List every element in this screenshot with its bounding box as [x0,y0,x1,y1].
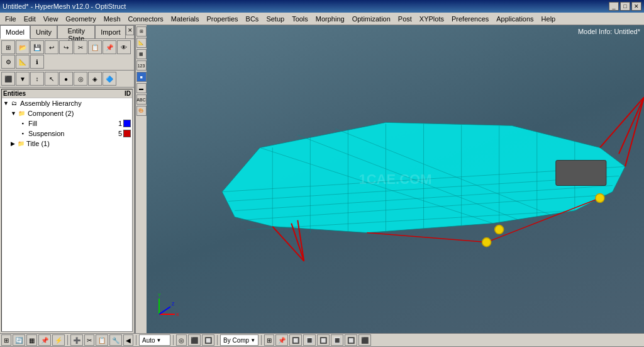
strip-btn-5[interactable]: ■ [136,72,147,82]
close-panel-btn[interactable]: ✕ [126,25,134,35]
bt-extra-4[interactable]: 🔳 [303,334,316,346]
menu-item-view[interactable]: View [40,14,62,24]
menu-item-materials[interactable]: Materials [167,14,203,24]
expand-icon-title: ▶ [11,140,15,147]
tb-view[interactable]: 👁 [117,40,131,54]
menu-item-edit[interactable]: Edit [20,14,40,24]
menu-item-preferences[interactable]: Preferences [448,14,492,24]
minimize-btn[interactable]: _ [609,2,619,11]
bt-btn-plus[interactable]: ➕ [70,334,83,346]
menu-item-mesh[interactable]: Mesh [100,14,125,24]
title-text: Untitled* - HyperMesh v12.0 - OptiStruct [3,3,126,10]
tb-new[interactable]: ⊞ [1,40,15,54]
viewport[interactable]: Model Info: Untitled* [147,25,644,333]
menu-item-geometry[interactable]: Geometry [62,14,99,24]
axis-indicator: Y X Z [153,289,184,321]
left-panel: Model Unity Entity State Import ✕ ⊞ 📂 💾 … [0,25,135,333]
menu-item-applications[interactable]: Applications [492,14,537,24]
auto-dropdown[interactable]: Auto ▼ [139,334,170,346]
strip-btn-1[interactable]: ⊞ [136,26,147,37]
strip-btn-2[interactable]: 📐 [136,38,147,48]
tb2-4[interactable]: ● [59,72,73,86]
bt-btn-clipboard[interactable]: 📋 [96,334,108,346]
bt-btn-refresh[interactable]: 🔧 [109,334,122,346]
bt-extra-5[interactable]: 🔲 [317,334,330,346]
bt-btn-5[interactable]: ⚡ [52,334,65,346]
menu-item-connectors[interactable]: Connectors [125,14,167,24]
tb-paste[interactable]: 📌 [103,40,116,54]
tab-entity-state[interactable]: Entity State [57,25,95,39]
bycomp-arrow: ▼ [250,338,255,343]
tb2-2[interactable]: ▼ [16,72,30,86]
bt-extra-6[interactable]: 🔳 [331,334,343,346]
menu-item-optimization[interactable]: Optimization [348,14,394,24]
bt-btn-2[interactable]: 🔄 [13,334,25,346]
bt-btn-4[interactable]: 📌 [38,334,51,346]
tb2-arrow[interactable]: ↖ [45,72,58,86]
window-controls[interactable]: _ □ ✕ [609,2,641,11]
tb2-3[interactable]: ↕ [30,72,44,86]
tb2-5[interactable]: ◎ [74,72,87,86]
bt-mask-btn[interactable]: ◎ [176,334,187,346]
left-toolbar-2: ⬛ ▼ ↕ ↖ ● ◎ ◈ 🔷 [0,71,134,88]
tb-settings[interactable]: ⚙ [1,55,15,69]
titlebar: Untitled* - HyperMesh v12.0 - OptiStruct… [0,0,644,13]
tb-undo[interactable]: ↩ [45,40,58,54]
tb2-7[interactable]: 🔷 [103,72,116,86]
strip-btn-7[interactable]: ABC [136,94,147,105]
tb-save[interactable]: 💾 [30,40,44,54]
bt-view3[interactable]: 🔲 [202,334,214,346]
bt-btn-cut[interactable]: ✂ [84,334,94,346]
menu-item-setup[interactable]: Setup [262,14,288,24]
tb2-1[interactable]: ⬛ [1,72,15,86]
bt-extra-1[interactable]: ⊞ [264,334,274,346]
tb-open[interactable]: 📂 [16,40,30,54]
menu-item-bcs[interactable]: BCs [242,14,263,24]
bt-view2[interactable]: ⬛ [188,334,201,346]
menu-item-xyplots[interactable]: XYPlots [416,14,448,24]
fill-color[interactable] [123,120,131,127]
menu-item-morphing[interactable]: Morphing [312,14,348,24]
tree-id-label: ID [125,90,131,97]
tb-cut[interactable]: ✂ [74,40,87,54]
menu-item-post[interactable]: Post [394,14,416,24]
component-label: Component (2) [28,110,74,117]
bt-extra-3[interactable]: 🔲 [289,334,302,346]
suspension-color[interactable] [123,130,131,137]
tree-row-title[interactable]: ▶ 📁 Title (1) [9,139,132,149]
tree-row-fill[interactable]: ▪ Fill 1 [17,118,132,128]
bt-btn-render[interactable]: ▦ [26,334,37,346]
menu-item-file[interactable]: File [1,14,20,24]
assembly-label: Assembly Hierarchy [20,100,82,107]
maximize-btn[interactable]: □ [620,2,630,11]
bt-btn-1[interactable]: ⊞ [1,334,11,346]
tb-redo[interactable]: ↪ [59,40,73,54]
strip-btn-3[interactable]: ▦ [136,49,147,59]
bt-btn-back[interactable]: ◀ [123,334,133,346]
tb-info[interactable]: ℹ [30,55,44,69]
tab-import[interactable]: Import [95,25,126,39]
menu-item-help[interactable]: Help [538,14,560,24]
strip-btn-4[interactable]: 123 [136,60,147,71]
bycomp-dropdown[interactable]: By Comp ▼ [220,334,258,346]
bt-extra-8[interactable]: ⬛ [358,334,371,346]
svg-text:X: X [176,312,179,317]
menu-item-properties[interactable]: Properties [203,14,242,24]
strip-btn-8[interactable]: 🎨 [136,106,147,116]
suspension-icon: ▪ [18,129,27,138]
bt-extra-7[interactable]: 🔲 [345,334,357,346]
tree-row-component[interactable]: ▼ 📁 Component (2) [9,108,132,118]
menu-item-tools[interactable]: Tools [288,14,312,24]
close-btn[interactable]: ✕ [631,2,641,11]
tab-model[interactable]: Model [0,25,30,39]
tree-row-suspension[interactable]: ▪ Suspension 5 [17,128,132,139]
tree-area: Entities ID ▼ 🗂 Assembly Hierarchy ▼ 📁 C… [1,89,133,332]
tree-row-assembly[interactable]: ▼ 🗂 Assembly Hierarchy [2,98,132,108]
tb-copy[interactable]: 📋 [88,40,102,54]
tb-measure[interactable]: 📐 [16,55,30,69]
tb2-6[interactable]: ◈ [88,72,102,86]
separator-1 [67,335,68,345]
tab-unity[interactable]: Unity [30,25,57,39]
bt-extra-2[interactable]: 📌 [275,334,288,346]
strip-btn-6[interactable]: ▬ [136,83,147,93]
